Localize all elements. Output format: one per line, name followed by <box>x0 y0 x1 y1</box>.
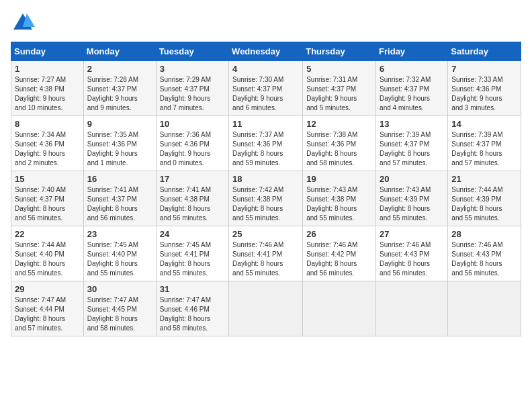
calendar-cell: 1Sunrise: 7:27 AM Sunset: 4:38 PM Daylig… <box>11 61 84 116</box>
calendar-cell: 12Sunrise: 7:38 AM Sunset: 4:36 PM Dayli… <box>303 116 376 171</box>
calendar-cell: 27Sunrise: 7:46 AM Sunset: 4:43 PM Dayli… <box>376 226 448 281</box>
col-header-tuesday: Tuesday <box>156 42 228 61</box>
day-info: Sunrise: 7:41 AM Sunset: 4:38 PM Dayligh… <box>160 185 225 223</box>
day-number: 10 <box>160 119 225 129</box>
day-number: 20 <box>380 174 444 184</box>
calendar-cell: 14Sunrise: 7:39 AM Sunset: 4:37 PM Dayli… <box>448 116 521 171</box>
day-number: 25 <box>232 229 299 239</box>
calendar-cell: 18Sunrise: 7:42 AM Sunset: 4:38 PM Dayli… <box>229 171 303 226</box>
day-info: Sunrise: 7:47 AM Sunset: 4:45 PM Dayligh… <box>87 295 152 333</box>
day-info: Sunrise: 7:28 AM Sunset: 4:37 PM Dayligh… <box>87 75 152 113</box>
col-header-sunday: Sunday <box>11 42 84 61</box>
calendar-week-4: 22Sunrise: 7:44 AM Sunset: 4:40 PM Dayli… <box>11 226 521 281</box>
day-number: 21 <box>451 174 517 184</box>
day-number: 17 <box>160 174 225 184</box>
day-info: Sunrise: 7:39 AM Sunset: 4:37 PM Dayligh… <box>380 130 444 168</box>
day-number: 7 <box>451 64 517 74</box>
calendar-cell: 16Sunrise: 7:41 AM Sunset: 4:37 PM Dayli… <box>83 171 156 226</box>
day-number: 22 <box>15 229 80 239</box>
day-number: 15 <box>15 174 80 184</box>
day-info: Sunrise: 7:40 AM Sunset: 4:37 PM Dayligh… <box>15 185 80 223</box>
calendar-cell: 24Sunrise: 7:45 AM Sunset: 4:41 PM Dayli… <box>156 226 228 281</box>
day-info: Sunrise: 7:35 AM Sunset: 4:36 PM Dayligh… <box>87 130 152 168</box>
calendar-cell: 3Sunrise: 7:29 AM Sunset: 4:37 PM Daylig… <box>156 61 228 116</box>
day-info: Sunrise: 7:43 AM Sunset: 4:38 PM Dayligh… <box>306 185 372 223</box>
calendar-cell: 22Sunrise: 7:44 AM Sunset: 4:40 PM Dayli… <box>11 226 84 281</box>
day-info: Sunrise: 7:43 AM Sunset: 4:39 PM Dayligh… <box>380 185 444 223</box>
col-header-thursday: Thursday <box>303 42 376 61</box>
calendar-cell <box>303 281 376 336</box>
day-info: Sunrise: 7:41 AM Sunset: 4:37 PM Dayligh… <box>87 185 152 223</box>
day-number: 31 <box>160 284 225 294</box>
calendar-cell: 28Sunrise: 7:46 AM Sunset: 4:43 PM Dayli… <box>448 226 521 281</box>
day-number: 16 <box>87 174 152 184</box>
calendar-cell: 4Sunrise: 7:30 AM Sunset: 4:37 PM Daylig… <box>229 61 303 116</box>
calendar-cell: 10Sunrise: 7:36 AM Sunset: 4:36 PM Dayli… <box>156 116 228 171</box>
day-number: 12 <box>306 119 372 129</box>
calendar-cell: 19Sunrise: 7:43 AM Sunset: 4:38 PM Dayli… <box>303 171 376 226</box>
day-number: 9 <box>87 119 152 129</box>
page-header <box>11 11 521 35</box>
day-info: Sunrise: 7:33 AM Sunset: 4:36 PM Dayligh… <box>451 75 517 113</box>
day-number: 13 <box>380 119 444 129</box>
calendar-cell <box>376 281 448 336</box>
col-header-wednesday: Wednesday <box>229 42 303 61</box>
calendar-cell: 17Sunrise: 7:41 AM Sunset: 4:38 PM Dayli… <box>156 171 228 226</box>
day-info: Sunrise: 7:45 AM Sunset: 4:41 PM Dayligh… <box>160 240 225 278</box>
calendar-cell: 29Sunrise: 7:47 AM Sunset: 4:44 PM Dayli… <box>11 281 84 336</box>
day-info: Sunrise: 7:45 AM Sunset: 4:40 PM Dayligh… <box>87 240 152 278</box>
calendar-week-1: 1Sunrise: 7:27 AM Sunset: 4:38 PM Daylig… <box>11 61 521 116</box>
day-info: Sunrise: 7:31 AM Sunset: 4:37 PM Dayligh… <box>306 75 372 113</box>
col-header-friday: Friday <box>376 42 448 61</box>
calendar-cell: 6Sunrise: 7:32 AM Sunset: 4:37 PM Daylig… <box>376 61 448 116</box>
day-info: Sunrise: 7:37 AM Sunset: 4:36 PM Dayligh… <box>232 130 299 168</box>
calendar-cell: 25Sunrise: 7:46 AM Sunset: 4:41 PM Dayli… <box>229 226 303 281</box>
day-number: 28 <box>451 229 517 239</box>
calendar-cell: 11Sunrise: 7:37 AM Sunset: 4:36 PM Dayli… <box>229 116 303 171</box>
calendar-cell: 15Sunrise: 7:40 AM Sunset: 4:37 PM Dayli… <box>11 171 84 226</box>
day-info: Sunrise: 7:32 AM Sunset: 4:37 PM Dayligh… <box>380 75 444 113</box>
day-number: 18 <box>232 174 299 184</box>
day-info: Sunrise: 7:34 AM Sunset: 4:36 PM Dayligh… <box>15 130 80 168</box>
day-number: 27 <box>380 229 444 239</box>
day-info: Sunrise: 7:36 AM Sunset: 4:36 PM Dayligh… <box>160 130 225 168</box>
day-number: 2 <box>87 64 152 74</box>
day-number: 24 <box>160 229 225 239</box>
calendar-cell: 9Sunrise: 7:35 AM Sunset: 4:36 PM Daylig… <box>83 116 156 171</box>
calendar-week-2: 8Sunrise: 7:34 AM Sunset: 4:36 PM Daylig… <box>11 116 521 171</box>
calendar-cell: 30Sunrise: 7:47 AM Sunset: 4:45 PM Dayli… <box>83 281 156 336</box>
calendar-cell: 21Sunrise: 7:44 AM Sunset: 4:39 PM Dayli… <box>448 171 521 226</box>
day-number: 8 <box>15 119 80 129</box>
calendar-cell: 23Sunrise: 7:45 AM Sunset: 4:40 PM Dayli… <box>83 226 156 281</box>
day-number: 3 <box>160 64 225 74</box>
day-info: Sunrise: 7:42 AM Sunset: 4:38 PM Dayligh… <box>232 185 299 223</box>
calendar-table: SundayMondayTuesdayWednesdayThursdayFrid… <box>11 42 521 336</box>
day-info: Sunrise: 7:44 AM Sunset: 4:39 PM Dayligh… <box>451 185 517 223</box>
logo <box>11 11 38 35</box>
day-info: Sunrise: 7:44 AM Sunset: 4:40 PM Dayligh… <box>15 240 80 278</box>
calendar-cell: 8Sunrise: 7:34 AM Sunset: 4:36 PM Daylig… <box>11 116 84 171</box>
col-header-saturday: Saturday <box>448 42 521 61</box>
day-info: Sunrise: 7:30 AM Sunset: 4:37 PM Dayligh… <box>232 75 299 113</box>
calendar-cell: 13Sunrise: 7:39 AM Sunset: 4:37 PM Dayli… <box>376 116 448 171</box>
day-number: 1 <box>15 64 80 74</box>
day-info: Sunrise: 7:38 AM Sunset: 4:36 PM Dayligh… <box>306 130 372 168</box>
calendar-cell: 7Sunrise: 7:33 AM Sunset: 4:36 PM Daylig… <box>448 61 521 116</box>
day-info: Sunrise: 7:46 AM Sunset: 4:41 PM Dayligh… <box>232 240 299 278</box>
day-number: 11 <box>232 119 299 129</box>
day-number: 23 <box>87 229 152 239</box>
day-info: Sunrise: 7:27 AM Sunset: 4:38 PM Dayligh… <box>15 75 80 113</box>
col-header-monday: Monday <box>83 42 156 61</box>
day-number: 14 <box>451 119 517 129</box>
day-number: 6 <box>380 64 444 74</box>
calendar-cell <box>229 281 303 336</box>
day-number: 5 <box>306 64 372 74</box>
calendar-cell: 5Sunrise: 7:31 AM Sunset: 4:37 PM Daylig… <box>303 61 376 116</box>
calendar-cell: 20Sunrise: 7:43 AM Sunset: 4:39 PM Dayli… <box>376 171 448 226</box>
day-number: 30 <box>87 284 152 294</box>
day-info: Sunrise: 7:46 AM Sunset: 4:43 PM Dayligh… <box>451 240 517 278</box>
day-info: Sunrise: 7:29 AM Sunset: 4:37 PM Dayligh… <box>160 75 225 113</box>
calendar-cell <box>448 281 521 336</box>
calendar-header-row: SundayMondayTuesdayWednesdayThursdayFrid… <box>11 42 521 61</box>
day-info: Sunrise: 7:46 AM Sunset: 4:42 PM Dayligh… <box>306 240 372 278</box>
